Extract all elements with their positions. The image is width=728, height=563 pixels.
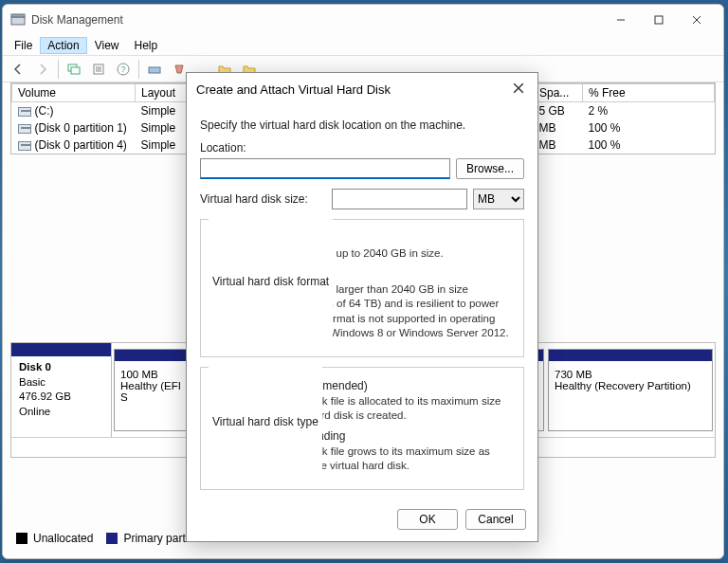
action-button-1[interactable]: [143, 58, 166, 81]
menu-view[interactable]: View: [87, 37, 127, 54]
disk-info[interactable]: Disk 0 Basic 476.92 GB Online: [11, 343, 112, 437]
volume-icon: [18, 141, 31, 151]
legend-swatch-unallocated: [16, 533, 27, 544]
disk-type: Basic: [19, 376, 46, 388]
svg-rect-7: [71, 67, 80, 74]
partition[interactable]: 100 MBHealthy (EFI S: [114, 349, 195, 431]
col-volume[interactable]: Volume: [12, 84, 136, 102]
create-vhd-dialog: Create and Attach Virtual Hard Disk Spec…: [186, 72, 538, 542]
svg-rect-3: [655, 16, 663, 24]
svg-rect-1: [11, 14, 25, 17]
titlebar: Disk Management: [3, 5, 723, 35]
menu-help[interactable]: Help: [127, 37, 166, 54]
menu-action[interactable]: Action: [40, 37, 86, 54]
dialog-instruction: Specify the virtual hard disk location o…: [200, 118, 524, 132]
volume-icon: [18, 107, 31, 117]
minimize-button[interactable]: [602, 7, 640, 33]
close-button[interactable]: [678, 7, 716, 33]
ok-button[interactable]: OK: [397, 509, 458, 530]
col-space[interactable]: Spa...: [534, 84, 583, 102]
location-input[interactable]: [200, 158, 450, 179]
disk-size: 476.92 GB: [19, 390, 71, 402]
svg-text:?: ?: [120, 64, 125, 74]
svg-rect-0: [11, 17, 25, 25]
format-legend: Virtual hard disk format: [209, 212, 333, 351]
disk-status: Online: [19, 406, 50, 417]
col-free[interactable]: % Free: [583, 84, 715, 102]
dialog-close-button[interactable]: [509, 79, 528, 100]
window-title: Disk Management: [31, 13, 602, 27]
help-button[interactable]: ?: [112, 58, 135, 81]
back-button[interactable]: [7, 58, 29, 81]
format-fieldset: Virtual hard disk format VHD Supports vi…: [200, 219, 524, 357]
maximize-button[interactable]: [640, 7, 678, 33]
dialog-title: Create and Attach Virtual Hard Disk: [196, 82, 391, 97]
size-input[interactable]: [332, 189, 467, 209]
menubar: File Action View Help: [3, 35, 723, 56]
forward-button[interactable]: [31, 58, 54, 81]
svg-rect-14: [149, 67, 160, 73]
partition[interactable]: 730 MBHealthy (Recovery Partition): [548, 349, 713, 431]
app-icon: [10, 12, 26, 27]
properties-button[interactable]: [87, 58, 110, 81]
refresh-button[interactable]: [63, 58, 85, 81]
menu-file[interactable]: File: [7, 37, 40, 54]
volume-icon: [18, 124, 31, 134]
type-fieldset: Virtual hard disk type Fixed size (Recom…: [200, 367, 524, 490]
size-unit-select[interactable]: MB: [473, 189, 524, 209]
disk-name: Disk 0: [19, 361, 51, 372]
type-legend: Virtual hard disk type: [209, 360, 322, 483]
legend: Unallocated Primary partition: [16, 532, 207, 545]
cancel-button[interactable]: Cancel: [465, 509, 526, 530]
location-label: Location:: [200, 141, 524, 154]
browse-button[interactable]: Browse...: [456, 158, 524, 179]
size-label: Virtual hard disk size:: [200, 192, 326, 206]
legend-swatch-primary: [106, 533, 118, 544]
